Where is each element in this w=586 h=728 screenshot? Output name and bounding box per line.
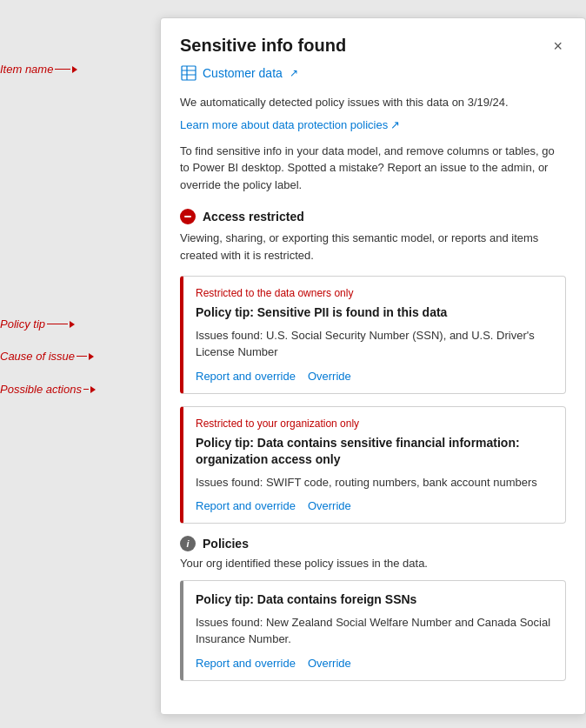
policies-override-btn-1[interactable]: Override (308, 657, 351, 670)
annotation-possible-actions-label: Possible actions (0, 383, 82, 396)
description-text-2: To find sensitive info in your data mode… (180, 143, 566, 194)
actions-row-1: Report and override Override (196, 370, 553, 383)
policies-actions-row-1: Report and override Override (196, 657, 553, 670)
access-restricted-title: Access restricted (203, 210, 304, 224)
policy-card-2: Restricted to your organization only Pol… (180, 406, 566, 524)
learn-more-text: Learn more about data protection policie… (180, 118, 388, 131)
actions-row-2: Report and override Override (196, 499, 553, 512)
policies-desc: Your org identified these policy issues … (180, 557, 566, 570)
item-name-row: Customer data ↗ (180, 64, 566, 82)
restriction-label-2: Restricted to your organization only (196, 417, 553, 430)
policies-issues-1: Issues found: New Zealand Social Welfare… (196, 614, 553, 648)
policies-header: i Policies (180, 536, 566, 551)
report-override-btn-2[interactable]: Report and override (196, 499, 296, 512)
sensitive-info-panel: Sensitive info found × Customer data ↗ W… (160, 17, 586, 715)
info-icon: i (180, 536, 196, 551)
annotation-policy-tip-label: Policy tip (0, 317, 45, 331)
annotation-item-name-label: Item name (0, 63, 53, 76)
annotation-cause-label: Cause of issue (0, 350, 75, 363)
outer-container: Item name Policy tip Cause of issue Poss… (0, 17, 586, 728)
svg-rect-0 (182, 66, 196, 80)
learn-more-link[interactable]: Learn more about data protection policie… (180, 118, 400, 131)
learn-more-external-icon: ↗ (390, 118, 400, 131)
report-override-btn-1[interactable]: Report and override (196, 370, 296, 383)
panel-title: Sensitive info found (180, 36, 346, 56)
description-text-1: We automatically detected policy issues … (180, 94, 566, 111)
policies-card-1: Policy tip: Data contains foreign SSNs I… (180, 580, 566, 681)
issues-found-1: Issues found: U.S. Social Security Numbe… (196, 327, 553, 361)
access-restricted-header: Access restricted (180, 209, 566, 224)
panel-header: Sensitive info found × (180, 36, 566, 56)
restriction-label-1: Restricted to the data owners only (196, 287, 553, 299)
item-external-link-icon: ↗ (290, 67, 298, 79)
policies-tip-title-1: Policy tip: Data contains foreign SSNs (196, 591, 553, 609)
override-btn-2[interactable]: Override (308, 499, 351, 512)
policy-card-1: Restricted to the data owners only Polic… (180, 276, 566, 394)
override-btn-1[interactable]: Override (308, 370, 351, 383)
close-button[interactable]: × (549, 37, 566, 56)
table-icon (180, 64, 197, 82)
policy-tip-title-1: Policy tip: Sensitive PII is found in th… (196, 304, 553, 322)
access-restricted-desc: Viewing, sharing, or exporting this sema… (180, 230, 566, 264)
restricted-icon (180, 209, 196, 224)
issues-found-2: Issues found: SWIFT code, routing number… (196, 474, 553, 491)
policies-section: i Policies Your org identified these pol… (180, 536, 566, 681)
policies-report-override-btn-1[interactable]: Report and override (196, 657, 296, 670)
policies-title: Policies (203, 537, 249, 551)
item-name-link[interactable]: Customer data (203, 66, 283, 80)
policy-tip-title-2: Policy tip: Data contains sensitive fina… (196, 435, 553, 469)
